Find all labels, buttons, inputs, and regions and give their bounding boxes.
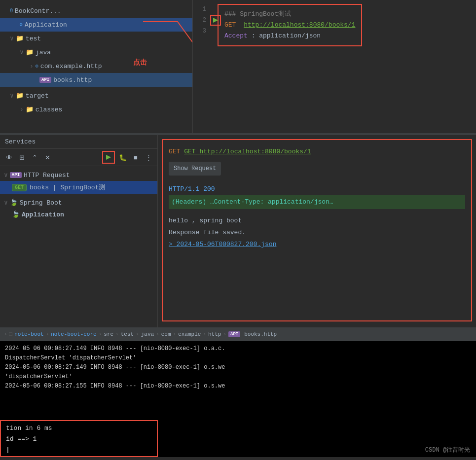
get-line: GET http://localhost:8080/books/1 [224, 20, 355, 31]
breadcrumb-item-7[interactable]: http [208, 331, 221, 337]
comment-text: ### SpringBoot测试 [224, 10, 291, 18]
file-tree-label-classes: classes [36, 106, 63, 113]
response-file-line: > 2024-05-06T000827.200.json [169, 239, 465, 250]
breadcrumb-sep3: › [115, 331, 119, 337]
file-tree-item-test[interactable]: ∨ 📁 test [0, 32, 192, 45]
breadcrumb-sep0: □ [9, 331, 13, 337]
breadcrumb-item-2[interactable]: src [104, 331, 113, 337]
file-tree-item-target[interactable]: ∨ 📁 target [0, 89, 192, 103]
breadcrumb-sep2: › [99, 331, 102, 337]
body-text1: hello , spring boot [169, 217, 242, 224]
debug-button[interactable]: 🐛 [118, 152, 128, 162]
file-tree-label-java: java [36, 49, 51, 56]
services-run-button[interactable] [102, 151, 115, 164]
response-file-link[interactable]: > 2024-05-06T000827.200.json [169, 241, 276, 248]
breadcrumb-api-badge: API [228, 331, 240, 337]
show-request-area: Show Request [169, 160, 465, 177]
services-toolbar: 👁 ⊞ ⌃ ✕ 🐛 ■ ⋮ [0, 149, 157, 166]
file-tree-item-package[interactable]: › ⊙ com.example.http [0, 59, 192, 73]
file-tree-item-bookcontroller[interactable]: © BookContr... [0, 4, 192, 18]
app-class-icon: ⚙ [20, 22, 23, 28]
breadcrumb-bar: › □ note-boot › note-boot-core › src › t… [0, 327, 476, 341]
response-url-line: GET GET http://localhost:8080/books/1 [169, 146, 465, 158]
eye-button[interactable]: 👁 [4, 152, 14, 162]
services-application-item[interactable]: 🍃 Application [0, 209, 157, 220]
services-http-request[interactable]: ∨ API HTTP Request [0, 169, 157, 181]
url-text: http://localhost:8080/books/1 [244, 21, 355, 29]
file-tree-label-bookshttp: books.http [53, 76, 92, 84]
spring-leaf-icon: 🍃 [10, 199, 18, 207]
services-spring-label: Spring Boot [20, 199, 62, 207]
bottom-box-line1: tion in 6 ms [6, 423, 152, 434]
run-button-inline[interactable] [210, 15, 221, 26]
services-spring-boot[interactable]: ∨ 🍃 Spring Boot [0, 197, 157, 209]
file-tree-item-java[interactable]: ∨ 📁 java [0, 45, 192, 59]
expand-icon5: › [20, 106, 24, 113]
breadcrumb-item-3[interactable]: test [121, 331, 134, 337]
classes-folder-icon: 📁 [26, 106, 34, 113]
api-badge: API [39, 77, 51, 83]
services-application-label: Application [22, 211, 64, 218]
breadcrumb-sep6: › [173, 331, 177, 337]
headers-row[interactable]: (Headers) …Content-Type: application/jso… [169, 195, 465, 209]
services-get-item[interactable]: GET books | SpringBoot测 [0, 181, 157, 194]
breadcrumb-item-0[interactable]: note-boot [14, 331, 43, 337]
more-button[interactable]: ⋮ [144, 152, 153, 162]
breadcrumb-item-5[interactable]: com [161, 331, 171, 337]
accept-val: application/json [259, 32, 321, 39]
spacer2 [169, 209, 465, 215]
editor-top-panel: 1 2 3 ### SpringBoot测试 GET http://localh… [192, 0, 476, 133]
response-method: GET [169, 148, 184, 155]
line-numbers: 1 2 3 [193, 0, 210, 40]
expand-icon4: ∨ [10, 92, 14, 100]
services-header: Services [0, 135, 157, 149]
console-panel: 2024 05 06 00:08:27.149 INFO 8948 --- [n… [0, 341, 476, 457]
close-button[interactable]: ✕ [42, 152, 52, 162]
stop-button[interactable]: ■ [131, 152, 141, 162]
accept-colon: : [252, 32, 259, 39]
spring-boot-group: ∨ 🍃 Spring Boot 🍃 Application [0, 197, 157, 220]
services-panel: Services 👁 ⊞ ⌃ ✕ 🐛 ■ ⋮ ∨ API HTTP Reques… [0, 135, 476, 327]
console-content: 2024 05 06 00:08:27.149 INFO 8948 --- [n… [0, 341, 476, 394]
services-title: Services [5, 138, 36, 145]
console-line-0: 2024 05 06 00:08:27.149 INFO 8948 --- [n… [5, 344, 471, 354]
up-button[interactable]: ⌃ [30, 152, 39, 162]
breadcrumb-item-1[interactable]: note-boot-core [51, 331, 96, 337]
file-tree-panel: © BookContr... ⚙ Application ∨ 📁 test ∨ … [0, 0, 192, 133]
body-text2: Response file saved. [169, 229, 246, 236]
csdn-watermark: CSDN @往昔时光 [425, 446, 470, 454]
add-button[interactable]: ⊞ [17, 152, 27, 162]
breadcrumb-sep5: › [156, 331, 159, 337]
line-num-1: 1 [193, 4, 206, 15]
headers-text: (Headers) …Content-Type: application/jso… [172, 198, 333, 206]
app-spring-icon: 🍃 [12, 211, 20, 218]
accept-key: Accept [224, 32, 248, 39]
services-http-label: HTTP Request [24, 172, 70, 179]
ide-top-panel: © BookContr... ⚙ Application ∨ 📁 test ∨ … [0, 0, 476, 133]
breadcrumb-item-6[interactable]: example [178, 331, 201, 337]
comment-line: ### SpringBoot测试 [224, 9, 355, 20]
spacer1 [169, 179, 465, 183]
bottom-highlight-box: tion in 6 ms id ==> 1 [0, 420, 158, 457]
http-request-group: ∨ API HTTP Request GET books | SpringBoo… [0, 169, 157, 194]
file-tree-item-bookshttp[interactable]: API books.http [0, 73, 192, 87]
http-request-code-box: ### SpringBoot测试 GET http://localhost:80… [218, 4, 362, 46]
line-num-2: 2 [193, 15, 206, 26]
expand-icon3: › [30, 63, 34, 70]
breadcrumb-file[interactable]: books.http [244, 331, 277, 337]
class-icon: © [10, 8, 13, 14]
services-left-panel: Services 👁 ⊞ ⌃ ✕ 🐛 ■ ⋮ ∨ API HTTP Reques… [0, 135, 158, 327]
expand-http-icon: ∨ [4, 171, 8, 179]
show-request-button[interactable]: Show Request [169, 162, 221, 176]
console-line-3: 'dispatcherServlet' [5, 372, 471, 382]
file-tree-label-test: test [26, 35, 41, 42]
body-line1: hello , spring boot [169, 215, 465, 227]
method-label: GET [224, 21, 236, 29]
folder-icon: 📁 [16, 35, 24, 42]
breadcrumb-sep4: › [136, 331, 139, 337]
file-tree-item-application[interactable]: ⚙ Application [0, 18, 192, 32]
run-triangle-icon [213, 18, 218, 23]
breadcrumb-sep1: › [46, 331, 49, 337]
file-tree-item-classes[interactable]: › 📁 classes [0, 103, 192, 116]
breadcrumb-item-4[interactable]: java [141, 331, 154, 337]
